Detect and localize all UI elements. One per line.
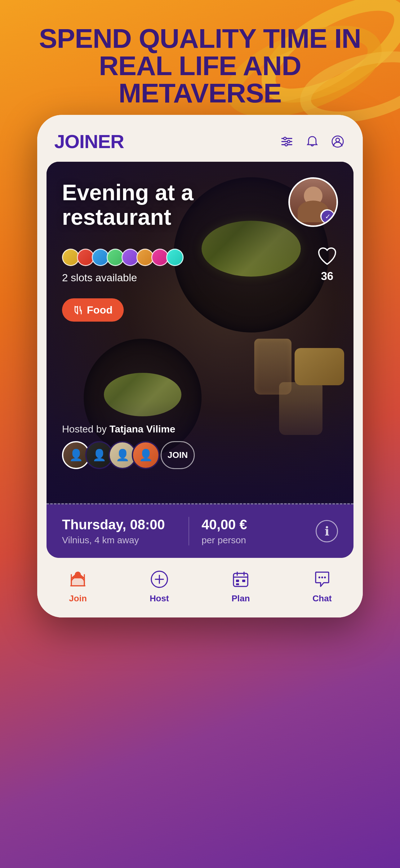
nav-chat[interactable]: Chat <box>312 569 333 603</box>
notification-button[interactable] <box>304 133 320 150</box>
slots-section: 2 slots available <box>62 249 181 284</box>
nav-join[interactable]: Join <box>67 569 88 603</box>
hero-title: SPEND QUALITY TIME IN REAL LIFE AND META… <box>0 25 400 107</box>
host-avatar-image <box>290 179 336 225</box>
header-icons <box>279 133 346 150</box>
price-label: per person <box>202 535 316 546</box>
host-icon <box>149 569 170 590</box>
attendee-4: 👤 <box>132 441 160 469</box>
category-label: Food <box>87 304 112 316</box>
svg-rect-15 <box>233 574 248 586</box>
event-info-bar: Thursday, 08:00 Vilnius, 4 km away 40,00… <box>46 504 354 558</box>
host-avatar-top[interactable]: ✓ <box>288 177 338 227</box>
event-datetime: Thursday, 08:00 <box>62 517 176 532</box>
chat-icon <box>312 569 333 590</box>
slot-avatar-8 <box>166 249 184 266</box>
app-logo: JOINER <box>54 130 124 152</box>
nav-chat-label: Chat <box>312 594 332 603</box>
hosted-by-prefix: Hosted by <box>62 424 109 435</box>
nav-host-label: Host <box>150 594 169 603</box>
food-icon <box>73 305 83 315</box>
hosted-by: Hosted by Tatjana Vilime <box>62 424 175 435</box>
like-count: 36 <box>321 270 333 283</box>
info-price-section: 40,00 € per person <box>189 517 316 546</box>
hero-title-line1: SPEND QUALITY TIME IN <box>25 25 375 52</box>
nav-plan-label: Plan <box>232 594 250 603</box>
attendees-row: 👤 👤 👤 👤 JOIN <box>62 441 195 469</box>
bottom-nav: Join Host <box>37 558 363 617</box>
svg-rect-20 <box>242 580 245 582</box>
svg-point-7 <box>288 140 290 143</box>
nav-join-label: Join <box>69 594 87 603</box>
svg-point-6 <box>284 137 286 140</box>
info-datetime-section: Thursday, 08:00 Vilnius, 4 km away <box>62 517 189 546</box>
svg-rect-21 <box>236 583 239 585</box>
svg-point-22 <box>319 577 320 578</box>
info-button[interactable]: ℹ <box>316 520 338 542</box>
svg-point-8 <box>285 144 288 146</box>
profile-button[interactable] <box>330 133 346 150</box>
hero-title-line2: REAL LIFE AND METAVERSE <box>25 52 375 107</box>
plan-icon <box>230 569 251 590</box>
svg-point-24 <box>324 577 326 578</box>
event-title: Evening at a restaurant <box>62 180 202 229</box>
app-header: JOINER <box>37 115 363 162</box>
nav-plan[interactable]: Plan <box>230 569 251 603</box>
like-button[interactable]: 36 <box>316 246 338 283</box>
event-image: Evening at a restaurant ✓ 2 slot <box>46 162 354 503</box>
event-location: Vilnius, 4 km away <box>62 535 176 546</box>
svg-point-10 <box>336 138 339 142</box>
nav-host[interactable]: Host <box>149 569 170 603</box>
host-name: Tatjana Vilime <box>109 424 175 435</box>
avatar-row <box>62 249 181 266</box>
join-icon <box>67 569 88 590</box>
filter-button[interactable] <box>279 133 295 150</box>
slots-text: 2 slots available <box>62 272 181 284</box>
event-card: Evening at a restaurant ✓ 2 slot <box>46 162 354 558</box>
category-tag[interactable]: Food <box>62 298 124 321</box>
join-button[interactable]: JOIN <box>161 441 195 469</box>
svg-point-23 <box>321 577 323 578</box>
verified-badge: ✓ <box>320 209 334 223</box>
event-price: 40,00 € <box>202 517 316 532</box>
svg-rect-19 <box>236 580 239 582</box>
phone-frame: JOINER <box>37 115 363 617</box>
